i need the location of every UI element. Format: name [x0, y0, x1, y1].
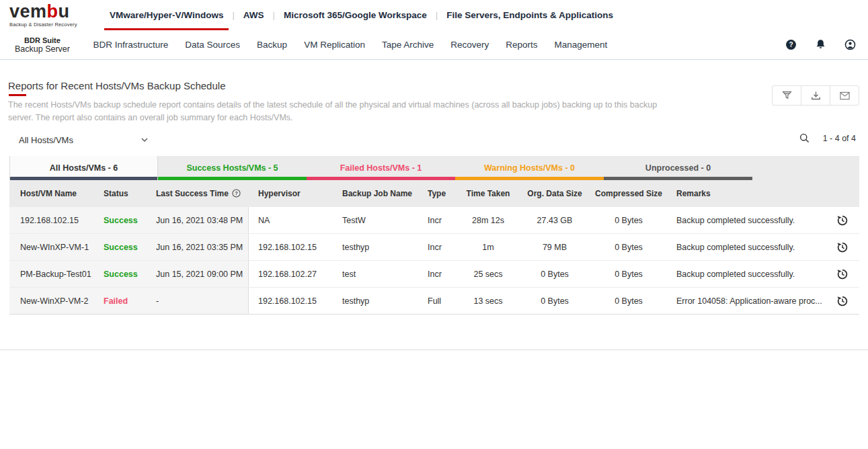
svg-text:?: ?: [789, 41, 793, 48]
col-header-org-size: Org. Data Size: [519, 180, 590, 206]
main-nav: BDR Infrastructure Data Sources Backup V…: [85, 30, 616, 59]
tab-unprocessed[interactable]: Unprocessed - 0: [604, 156, 752, 180]
account-icon[interactable]: [844, 39, 856, 50]
time-taken-cell: 1m: [457, 234, 519, 260]
col-header-host: Host/VM Name: [9, 180, 94, 206]
edition-tab-vmware-hyperv-windows[interactable]: VMware/Hyper-V/Windows: [101, 0, 232, 30]
time-taken-cell: 25 secs: [457, 261, 519, 287]
vembu-logo[interactable]: vembu Backup & Disaster Recovery: [9, 3, 90, 28]
type-cell: Incr: [416, 207, 457, 233]
status-cell: Success: [94, 207, 147, 233]
nav-item-reports[interactable]: Reports: [498, 30, 546, 59]
content-divider: [0, 350, 868, 350]
host-cell: New-WInXP-VM-1: [9, 234, 94, 260]
restore-history-icon[interactable]: [836, 241, 849, 253]
host-filter-value: All Hosts/VMs: [19, 135, 73, 145]
logo-tagline: Backup & Disaster Recovery: [9, 22, 90, 28]
restore-history-icon[interactable]: [836, 268, 849, 280]
table-row: 192.168.102.15 Success Jun 16, 2021 03:4…: [9, 206, 859, 233]
compressed-size-cell: 0 Bytes: [590, 207, 667, 233]
nav-item-vm-replication[interactable]: VM Replication: [296, 30, 374, 59]
job-name-cell: TestW: [333, 207, 416, 233]
time-taken-cell: 28m 12s: [457, 207, 519, 233]
compressed-size-cell: 0 Bytes: [590, 288, 667, 314]
type-cell: Incr: [416, 261, 457, 287]
last-success-cell: Jun 15, 2021 09:00 PM: [147, 261, 249, 287]
status-cell: Success: [94, 234, 147, 260]
tabs-filler: [752, 156, 859, 180]
logo-text: vembu: [9, 3, 90, 21]
nav-item-tape-archive[interactable]: Tape Archive: [373, 30, 442, 59]
nav-item-backup[interactable]: Backup: [249, 30, 296, 59]
nav-item-management[interactable]: Management: [546, 30, 616, 59]
org-size-cell: 27.43 GB: [519, 207, 590, 233]
pagination-range: 1 - 4 of 4: [823, 134, 856, 143]
remarks-cell: Error 104058: Application-aware proc...: [667, 288, 826, 314]
notifications-icon[interactable]: [815, 39, 826, 50]
host-cell: New-WinXP-VM-2: [9, 288, 94, 314]
edition-tab-fileservers-endpoints[interactable]: File Servers, Endpoints & Applications: [438, 0, 622, 30]
table-header-row: Host/VM Name Status Last Success Time ? …: [9, 180, 859, 206]
restore-history-icon[interactable]: [836, 214, 849, 227]
product-label: BDR Suite Backup Server: [8, 36, 77, 54]
time-taken-cell: 13 secs: [457, 288, 519, 314]
filter-button[interactable]: [772, 85, 801, 106]
type-cell: Incr: [416, 234, 457, 260]
last-success-cell: Jun 16, 2021 03:35 PM: [147, 234, 249, 260]
tab-failed-hosts[interactable]: Failed Hosts/VMs - 1: [307, 156, 455, 180]
nav-item-data-sources[interactable]: Data Sources: [177, 30, 249, 59]
last-success-cell: Jun 16, 2021 03:48 PM: [147, 207, 249, 233]
job-name-cell: testhyp: [333, 234, 416, 260]
org-size-cell: 79 MB: [519, 234, 590, 260]
host-cell: PM-Backup-Test01: [9, 261, 94, 287]
nav-item-bdr-infrastructure[interactable]: BDR Infrastructure: [85, 30, 177, 59]
col-header-type: Type: [416, 180, 457, 206]
email-button[interactable]: [830, 85, 859, 106]
search-icon[interactable]: [799, 133, 810, 143]
col-header-compressed: Compressed Size: [590, 180, 667, 206]
col-header-time-taken: Time Taken: [457, 180, 519, 206]
edition-nav: VMware/Hyper-V/Windows | AWS | Microsoft…: [101, 0, 622, 30]
last-success-cell: -: [147, 288, 249, 314]
col-header-status: Status: [94, 180, 147, 206]
compressed-size-cell: 0 Bytes: [590, 234, 667, 260]
hypervisor-cell: 192.168.102.27: [249, 261, 333, 287]
nav-item-recovery[interactable]: Recovery: [442, 30, 498, 59]
col-header-actions: [826, 180, 859, 206]
app-menu-bar: BDR Suite Backup Server BDR Infrastructu…: [0, 30, 868, 60]
edition-tab-aws[interactable]: AWS: [235, 0, 273, 30]
col-header-job: Backup Job Name: [333, 180, 416, 206]
tab-success-hosts[interactable]: Success Hosts/VMs - 5: [158, 156, 307, 180]
type-cell: Full: [416, 288, 457, 314]
tab-all-hosts[interactable]: All Hosts/VMs - 6: [9, 156, 158, 180]
help-tooltip-icon[interactable]: ?: [232, 189, 241, 198]
product-subtitle: Backup Server: [8, 44, 77, 54]
report-actions: [772, 85, 859, 106]
job-name-cell: test: [333, 261, 416, 287]
page-title: Reports for Recent Hosts/VMs Backup Sche…: [8, 80, 225, 91]
remarks-cell: Backup completed successfully.: [667, 207, 826, 233]
export-button[interactable]: [801, 85, 830, 106]
tab-warning-hosts[interactable]: Warning Hosts/VMs - 0: [455, 156, 604, 180]
search-pagination: 1 - 4 of 4: [799, 133, 856, 143]
remarks-cell: Backup completed successfully.: [667, 261, 826, 287]
restore-history-icon[interactable]: [836, 295, 849, 307]
col-header-remarks: Remarks: [667, 180, 826, 206]
chevron-down-icon: [141, 138, 148, 142]
org-size-cell: 0 Bytes: [519, 288, 590, 314]
svg-text:?: ?: [235, 190, 238, 196]
table-row: New-WInXP-VM-1 Success Jun 16, 2021 03:3…: [9, 233, 859, 260]
filter-icon: [782, 91, 792, 101]
host-filter-select[interactable]: All Hosts/VMs: [19, 132, 148, 147]
status-cell: Success: [94, 261, 147, 287]
remarks-cell: Backup completed successfully.: [667, 234, 826, 260]
hypervisor-cell: 192.168.102.15: [249, 288, 333, 314]
schedule-table: Host/VM Name Status Last Success Time ? …: [9, 180, 859, 315]
host-cell: 192.168.102.15: [9, 207, 94, 233]
help-icon[interactable]: ?: [785, 39, 797, 50]
hypervisor-cell: NA: [249, 207, 333, 233]
edition-tab-m365-gworkspace[interactable]: Microsoft 365/Google Workspace: [275, 0, 436, 30]
table-row: New-WinXP-VM-2 Failed - 192.168.102.15 t…: [9, 287, 859, 314]
status-cell: Failed: [94, 288, 147, 314]
mail-icon: [840, 91, 850, 101]
